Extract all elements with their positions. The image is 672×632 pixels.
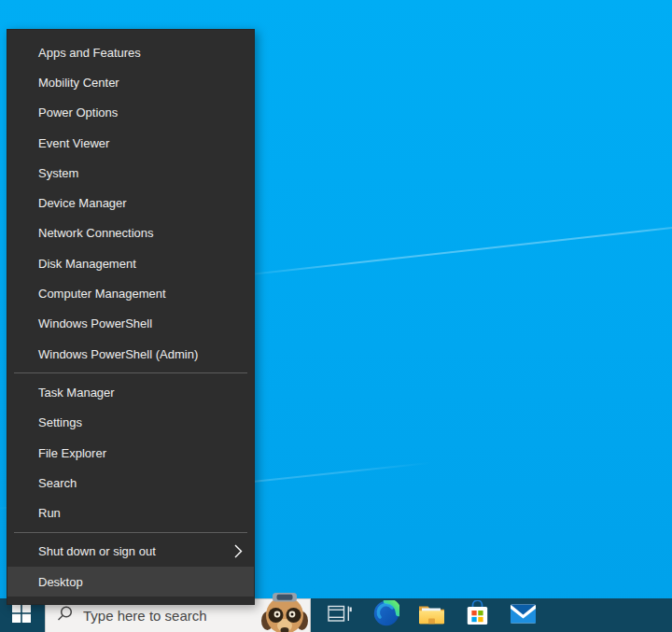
taskbar-app-buttons (317, 598, 546, 632)
menu-item-run[interactable]: Run (7, 498, 254, 527)
menu-item-windows-powershell-admin[interactable]: Windows PowerShell (Admin) (7, 339, 254, 369)
menu-item-label: Device Manager (38, 196, 127, 210)
edge-button[interactable] (363, 598, 409, 632)
menu-item-label: Settings (38, 415, 82, 429)
menu-item-device-manager[interactable]: Device Manager (7, 188, 254, 218)
menu-item-label: Windows PowerShell (Admin) (38, 347, 198, 361)
menu-item-label: Run (38, 506, 61, 520)
wallpaper-light-beam (224, 219, 672, 278)
menu-item-label: Task Manager (38, 386, 115, 400)
menu-item-computer-management[interactable]: Computer Management (7, 278, 254, 308)
file-explorer-icon (418, 603, 445, 628)
menu-item-label: Windows PowerShell (38, 316, 152, 330)
menu-item-mobility-center[interactable]: Mobility Center (7, 67, 254, 97)
menu-item-label: Power Options (38, 105, 118, 119)
menu-item-task-manager[interactable]: Task Manager (7, 377, 254, 407)
menu-item-label: Apps and Features (38, 46, 141, 60)
menu-item-label: Mobility Center (38, 76, 119, 90)
chevron-right-icon (234, 544, 243, 558)
menu-item-label: Network Connections (38, 226, 154, 240)
menu-separator (14, 532, 247, 533)
menu-item-label: Event Viewer (38, 136, 109, 150)
winx-context-menu: Apps and Features Mobility Center Power … (7, 29, 255, 605)
menu-item-file-explorer[interactable]: File Explorer (7, 438, 254, 468)
menu-item-apps-and-features[interactable]: Apps and Features (7, 37, 254, 67)
pet-face-icon[interactable] (260, 593, 309, 632)
edge-icon (373, 600, 399, 630)
search-icon (56, 605, 74, 626)
menu-item-search[interactable]: Search (7, 468, 254, 498)
menu-item-system[interactable]: System (7, 158, 254, 188)
store-icon (466, 600, 489, 630)
file-explorer-button[interactable] (409, 598, 455, 632)
menu-item-windows-powershell[interactable]: Windows PowerShell (7, 309, 254, 339)
menu-item-network-connections[interactable]: Network Connections (7, 218, 254, 248)
menu-item-shut-down-or-sign-out[interactable]: Shut down or sign out (7, 537, 254, 567)
store-button[interactable] (455, 598, 500, 632)
menu-item-label: Disk Management (38, 257, 136, 271)
menu-item-disk-management[interactable]: Disk Management (7, 248, 254, 278)
start-icon (12, 604, 31, 626)
menu-item-label: File Explorer (38, 446, 106, 460)
mail-button[interactable] (500, 598, 546, 632)
menu-item-desktop[interactable]: Desktop (7, 567, 254, 597)
menu-separator (14, 372, 247, 373)
menu-item-label: System (38, 166, 78, 180)
task-view-button[interactable] (317, 598, 363, 632)
task-view-icon (328, 603, 353, 628)
menu-item-event-viewer[interactable]: Event Viewer (7, 128, 254, 158)
menu-item-label: Desktop (38, 575, 83, 589)
winx-menu-list: Apps and Features Mobility Center Power … (7, 37, 254, 597)
menu-item-label: Search (38, 476, 77, 490)
menu-item-power-options[interactable]: Power Options (7, 98, 254, 128)
mail-icon (510, 603, 537, 628)
menu-item-label: Computer Management (38, 287, 166, 301)
menu-item-settings[interactable]: Settings (7, 408, 254, 438)
search-input[interactable] (83, 608, 270, 624)
menu-item-label: Shut down or sign out (38, 544, 156, 558)
